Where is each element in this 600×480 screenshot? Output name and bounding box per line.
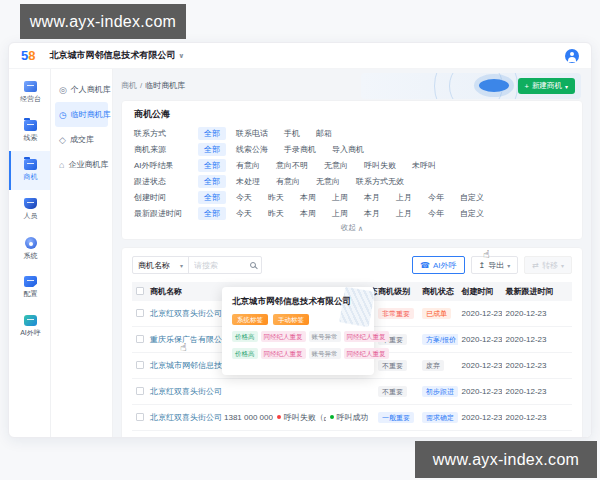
table-row[interactable]: 北京红双喜头街公司 1381 000 0000 呼叫失败（占线） 呼叫成功 一般…	[132, 405, 572, 431]
company-tags-popover: 北京城市网邻信息技术有限公司 系统标签 手动标签 价格高同经纪人重复账号异常同经…	[222, 287, 374, 375]
filter-option[interactable]: 本月	[358, 207, 386, 220]
filter-option[interactable]: 有意向	[270, 175, 306, 188]
filter-option[interactable]: 自定义	[454, 207, 490, 220]
sidebar-item-deal-library[interactable]: ◇成交库	[55, 127, 108, 152]
updated-cell: 2020-12-23	[502, 379, 572, 405]
sidebar-item-personal-library[interactable]: ◎个人商机库	[55, 77, 108, 102]
user-avatar[interactable]	[565, 49, 579, 63]
filter-option[interactable]: 自定义	[454, 191, 490, 204]
rail-item-system[interactable]: 系统	[9, 229, 50, 268]
company-tag: 同经纪人重复	[261, 331, 306, 342]
chevron-down-icon: ▾	[507, 262, 510, 269]
breadcrumb-current: 临时商机库	[145, 80, 185, 91]
company-link[interactable]: 北京红双喜头街公司	[150, 309, 222, 318]
library-sidebar: ◎个人商机库 ◷临时商机库 ◇成交库 ⌂企业商机库	[51, 69, 113, 438]
collapse-filters-link[interactable]: 收起 ∧	[134, 223, 570, 233]
rail-item-settings[interactable]: 配置	[9, 268, 50, 307]
filter-option[interactable]: 全部	[198, 207, 226, 220]
deal-library-icon: ◇	[59, 135, 66, 145]
tag-category-badge: 手动标签	[273, 314, 309, 325]
page-jump-input[interactable]	[488, 438, 514, 439]
created-cell: 2020-12-23	[458, 405, 502, 431]
cursor-icon: ☝	[483, 248, 490, 261]
row-checkbox[interactable]	[136, 309, 144, 317]
filter-option[interactable]: 未呼叫	[406, 159, 442, 172]
filter-option[interactable]: 意向不明	[270, 159, 314, 172]
company-tag: 同经纪人重复	[344, 331, 389, 342]
filter-option[interactable]: 全部	[198, 127, 226, 140]
filter-option[interactable]: 未处理	[230, 175, 266, 188]
phone-cell	[220, 379, 273, 405]
search-group: 商机名称 ▾	[132, 256, 262, 274]
filter-panel-title: 商机公海	[134, 108, 570, 121]
filter-option[interactable]: 上周	[326, 207, 354, 220]
company-link[interactable]: 北京红双喜头街公司	[150, 387, 222, 396]
company-tag: 账号异常	[309, 348, 341, 359]
filter-option[interactable]: 全部	[198, 159, 226, 172]
sidebar-item-temp-library[interactable]: ◷临时商机库	[55, 102, 108, 127]
filter-option[interactable]: 本周	[294, 207, 322, 220]
call-status-cell	[326, 379, 374, 405]
rail-item-people[interactable]: 人员	[9, 190, 50, 229]
filter-option[interactable]: 邮箱	[310, 127, 338, 140]
sidebar-item-company-library[interactable]: ⌂企业商机库	[55, 152, 108, 177]
filter-option[interactable]: 今年	[422, 207, 450, 220]
row-checkbox[interactable]	[136, 413, 144, 421]
company-library-icon: ⌂	[59, 160, 64, 170]
row-checkbox[interactable]	[136, 335, 144, 343]
search-field-select[interactable]: 商机名称 ▾	[133, 257, 189, 273]
filter-option[interactable]: 联系电话	[230, 127, 274, 140]
ai-call-button[interactable]: ☎ AI外呼	[412, 256, 465, 274]
company-link[interactable]: 北京红双喜头街公司	[150, 413, 222, 422]
select-all-checkbox[interactable]	[136, 287, 144, 295]
new-opportunity-button[interactable]: + 新建商机 ▾	[518, 78, 575, 94]
filter-option[interactable]: 全部	[198, 175, 226, 188]
filter-option[interactable]: 本月	[358, 191, 386, 204]
filter-option[interactable]: 全部	[198, 191, 226, 204]
settings-icon	[24, 276, 37, 287]
filter-option[interactable]: 导入商机	[326, 143, 370, 156]
export-button[interactable]: ↥ 导出 ▾	[471, 256, 519, 274]
filter-option[interactable]: 手机	[278, 127, 306, 140]
tag-category-badge: 系统标签	[232, 314, 268, 325]
plus-icon: +	[525, 82, 529, 91]
rail-item-ai-call[interactable]: AI外呼	[9, 307, 50, 346]
filter-option[interactable]: 有意向	[230, 159, 266, 172]
system-icon	[25, 237, 37, 249]
row-checkbox[interactable]	[136, 361, 144, 369]
filter-option[interactable]: 无意向	[318, 159, 354, 172]
created-cell: 2020-12-23	[458, 353, 502, 379]
filter-option[interactable]: 昨天	[262, 191, 290, 204]
company-link[interactable]: 重庆乐保广告有限公司	[150, 335, 230, 344]
search-input[interactable]	[194, 261, 246, 270]
rail-item-dashboard[interactable]: 经营台	[9, 73, 50, 112]
filter-option[interactable]: 手录商机	[278, 143, 322, 156]
popover-company-title: 北京城市网邻信息技术有限公司	[232, 296, 364, 308]
ai-call-phone-icon	[24, 315, 37, 326]
page-size-select[interactable]: 5条/页 ▾	[420, 437, 459, 438]
nav-rail: 经营台 线索 商机 人员 系统 配置 AI外呼	[9, 69, 51, 438]
filter-option[interactable]: 上月	[390, 207, 418, 220]
filter-option[interactable]: 上周	[326, 191, 354, 204]
filter-option[interactable]: 呼叫失败	[358, 159, 402, 172]
company-switcher[interactable]: 北京城市网邻信息技术有限公司 ∨	[49, 49, 184, 62]
rail-item-opportunity[interactable]: 商机	[9, 151, 50, 190]
filter-option[interactable]: 线索公海	[230, 143, 274, 156]
filter-option[interactable]: 本周	[294, 191, 322, 204]
filter-option[interactable]: 上月	[390, 191, 418, 204]
filter-option[interactable]: 今年	[422, 191, 450, 204]
transfer-button[interactable]: ⇄ 转移 ▾	[524, 256, 572, 274]
filter-option[interactable]: 联系方式无效	[350, 175, 410, 188]
filter-option[interactable]: 今天	[230, 191, 258, 204]
breadcrumb-parent[interactable]: 商机	[121, 80, 137, 91]
rail-item-leads[interactable]: 线索	[9, 112, 50, 151]
filter-option[interactable]: 昨天	[262, 207, 290, 220]
filter-option[interactable]: 今天	[230, 207, 258, 220]
search-icon[interactable]	[250, 262, 256, 268]
row-checkbox[interactable]	[136, 387, 144, 395]
dashboard-icon	[24, 81, 37, 92]
filter-option[interactable]: 全部	[198, 143, 226, 156]
table-row[interactable]: 北京红双喜头街公司 不重要 初步跟进 2020-12-23 2020-12-23	[132, 379, 572, 405]
chevron-down-icon: ▾	[565, 83, 568, 90]
filter-option[interactable]: 无意向	[310, 175, 346, 188]
